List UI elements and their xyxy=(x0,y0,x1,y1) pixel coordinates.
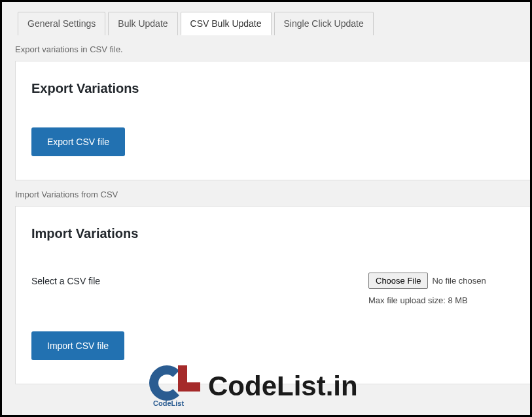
import-csv-button[interactable]: Import CSV file xyxy=(31,331,124,360)
import-heading: Import Variations xyxy=(31,226,514,241)
tab-general-settings[interactable]: General Settings xyxy=(18,12,105,35)
tab-bulk-update[interactable]: Bulk Update xyxy=(108,12,177,35)
file-input-wrap: Choose File No file chosen xyxy=(368,273,514,289)
tab-bar: General Settings Bulk Update CSV Bulk Up… xyxy=(2,2,530,35)
export-panel: Export Variations Export CSV file xyxy=(15,61,530,180)
file-select-label: Select a CSV file xyxy=(31,273,368,286)
tab-csv-bulk-update[interactable]: CSV Bulk Update xyxy=(181,12,272,35)
max-upload-helper: Max file upload size: 8 MB xyxy=(368,295,514,305)
choose-file-button[interactable]: Choose File xyxy=(368,273,428,289)
no-file-text: No file chosen xyxy=(432,276,486,286)
import-section-desc: Import Variations from CSV xyxy=(2,180,530,206)
export-csv-button[interactable]: Export CSV file xyxy=(31,127,125,156)
watermark-logo-icon: CodeList xyxy=(149,367,200,406)
import-panel: Import Variations Select a CSV file Choo… xyxy=(15,206,530,384)
file-control-wrap: Choose File No file chosen Max file uplo… xyxy=(368,273,514,305)
export-section-desc: Export variations in CSV file. xyxy=(2,35,530,61)
watermark-text: CodeList.in xyxy=(208,371,358,402)
file-select-row: Select a CSV file Choose File No file ch… xyxy=(31,273,514,305)
export-heading: Export Variations xyxy=(31,81,514,96)
tab-single-click-update[interactable]: Single Click Update xyxy=(274,12,374,35)
watermark: CodeList CodeList.in xyxy=(149,367,358,406)
